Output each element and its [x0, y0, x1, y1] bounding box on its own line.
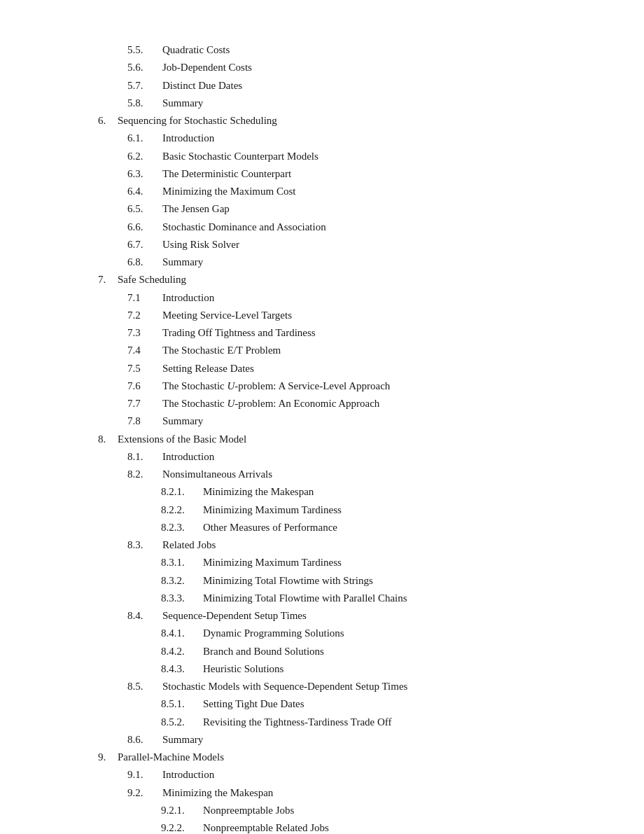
- toc-title: Minimizing Total Flowtime with Strings: [203, 573, 588, 589]
- toc-title: Using Risk Solver: [162, 237, 588, 253]
- toc-number: 7.3: [127, 325, 162, 341]
- toc-entry: 8.3.2.Minimizing Total Flowtime with Str…: [98, 573, 588, 589]
- toc-title: The Stochastic U-problem: A Service-Leve…: [162, 378, 588, 394]
- toc-entry: 8.2.Nonsimultaneous Arrivals: [98, 466, 588, 482]
- toc-title: Setting Release Dates: [162, 361, 588, 377]
- toc-title: Summary: [162, 254, 588, 270]
- toc-entry: 7.Safe Scheduling: [98, 272, 588, 288]
- toc-number: 9.1.: [127, 767, 162, 783]
- toc-number: 9.2.1.: [161, 802, 203, 819]
- toc-title: Summary: [162, 732, 588, 748]
- toc-entry: 8.4.3.Heuristic Solutions: [98, 661, 588, 677]
- toc-title: Minimizing Total Flowtime with Parallel …: [203, 590, 588, 606]
- toc-entry: 8.5.1.Setting Tight Due Dates: [98, 696, 588, 712]
- toc-title: Minimizing the Makespan: [203, 484, 588, 500]
- toc-number: 6.7.: [127, 237, 162, 253]
- toc-number: 7.7: [127, 396, 162, 412]
- toc-entry: 5.7.Distinct Due Dates: [98, 78, 588, 94]
- toc-number: 5.6.: [127, 60, 162, 76]
- toc-title: Stochastic Dominance and Association: [162, 219, 588, 235]
- toc-number: 8.2.1.: [161, 484, 203, 500]
- toc-entry: 6.5.The Jensen Gap: [98, 201, 588, 217]
- toc-number: 8.3.: [127, 537, 162, 553]
- toc-entry: 8.4.1.Dynamic Programming Solutions: [98, 625, 588, 641]
- toc-number: 6.3.: [127, 166, 162, 182]
- toc-entry: 8.1.Introduction: [98, 449, 588, 465]
- toc-entry: 6.3.The Deterministic Counterpart: [98, 166, 588, 182]
- toc-title: Meeting Service-Level Targets: [162, 307, 588, 324]
- toc-title: Summary: [162, 95, 588, 111]
- table-of-contents: 5.5.Quadratic Costs5.6.Job-Dependent Cos…: [98, 42, 588, 834]
- toc-title: Basic Stochastic Counterpart Models: [162, 148, 588, 165]
- toc-number: 7.2: [127, 307, 162, 324]
- toc-entry: 8.2.1.Minimizing the Makespan: [98, 484, 588, 500]
- toc-entry: 7.6The Stochastic U-problem: A Service-L…: [98, 378, 588, 394]
- toc-title: Distinct Due Dates: [162, 78, 588, 94]
- toc-entry: 5.5.Quadratic Costs: [98, 42, 588, 58]
- toc-number: 8.4.3.: [161, 661, 203, 677]
- toc-entry: 7.2Meeting Service-Level Targets: [98, 307, 588, 324]
- toc-number: 7.8: [127, 413, 162, 429]
- toc-entry: 8.3.Related Jobs: [98, 537, 588, 553]
- toc-entry: 8.2.2.Minimizing Maximum Tardiness: [98, 502, 588, 518]
- toc-entry: 6.8.Summary: [98, 254, 588, 270]
- toc-title: The Deterministic Counterpart: [162, 166, 588, 182]
- toc-entry: 5.8.Summary: [98, 95, 588, 111]
- toc-entry: 6.7.Using Risk Solver: [98, 237, 588, 253]
- toc-title: Introduction: [162, 290, 588, 306]
- toc-number: 8.2.: [127, 466, 162, 482]
- toc-number: 6.8.: [127, 254, 162, 270]
- toc-entry: 5.6.Job-Dependent Costs: [98, 60, 588, 76]
- toc-number: 7.4: [127, 342, 162, 359]
- toc-title: Nonsimultaneous Arrivals: [162, 466, 588, 482]
- toc-title: Introduction: [162, 767, 588, 783]
- toc-entry: 9.2.1.Nonpreemptable Jobs: [98, 802, 588, 819]
- toc-entry: 8.4.Sequence-Dependent Setup Times: [98, 608, 588, 624]
- toc-title: Trading Off Tightness and Tardiness: [162, 325, 588, 341]
- toc-title: Minimizing Maximum Tardiness: [203, 502, 588, 518]
- toc-entry: 8.3.1.Minimizing Maximum Tardiness: [98, 555, 588, 571]
- toc-number: 6.2.: [127, 148, 162, 165]
- toc-number: 8.4.1.: [161, 625, 203, 641]
- toc-number: 9.2.: [127, 785, 162, 801]
- toc-title: Safe Scheduling: [118, 272, 588, 288]
- toc-title: Job-Dependent Costs: [162, 60, 588, 76]
- toc-title: The Stochastic U-problem: An Economic Ap…: [162, 396, 588, 412]
- toc-title: Heuristic Solutions: [203, 661, 588, 677]
- toc-entry: 8.2.3.Other Measures of Performance: [98, 520, 588, 536]
- toc-title: Nonpreemptable Related Jobs: [203, 820, 588, 834]
- toc-title: Setting Tight Due Dates: [203, 696, 588, 712]
- toc-entry: 9.2.2.Nonpreemptable Related Jobs: [98, 820, 588, 834]
- toc-number: 8.2.3.: [161, 520, 203, 536]
- toc-entry: 6.1.Introduction: [98, 130, 588, 146]
- toc-entry: 9.2.Minimizing the Makespan: [98, 785, 588, 801]
- toc-entry: 8.4.2.Branch and Bound Solutions: [98, 644, 588, 660]
- toc-number: 7.1: [127, 290, 162, 306]
- toc-entry: 8.5.Stochastic Models with Sequence-Depe…: [98, 679, 588, 695]
- toc-number: 9.2.2.: [161, 820, 203, 834]
- toc-entry: 8.3.3.Minimizing Total Flowtime with Par…: [98, 590, 588, 606]
- toc-entry: 6.Sequencing for Stochastic Scheduling: [98, 113, 588, 129]
- toc-number: 8.: [98, 431, 118, 447]
- toc-number: 6.4.: [127, 183, 162, 200]
- toc-entry: 9.1.Introduction: [98, 767, 588, 783]
- toc-entry: 7.8Summary: [98, 413, 588, 429]
- toc-entry: 6.6.Stochastic Dominance and Association: [98, 219, 588, 235]
- toc-number: 8.4.: [127, 608, 162, 624]
- toc-number: 6.1.: [127, 130, 162, 146]
- toc-number: 5.8.: [127, 95, 162, 111]
- toc-title: Introduction: [162, 449, 588, 465]
- toc-number: 8.3.3.: [161, 590, 203, 606]
- toc-title: Other Measures of Performance: [203, 520, 588, 536]
- toc-number: 9.: [98, 749, 118, 765]
- toc-title: The Stochastic E/T Problem: [162, 342, 588, 359]
- toc-entry: 6.4.Minimizing the Maximum Cost: [98, 183, 588, 200]
- toc-title: Quadratic Costs: [162, 42, 588, 58]
- toc-title: Parallel-Machine Models: [118, 749, 588, 765]
- toc-entry: 7.4The Stochastic E/T Problem: [98, 342, 588, 359]
- toc-title: Minimizing the Maximum Cost: [162, 183, 588, 200]
- toc-number: 8.4.2.: [161, 644, 203, 660]
- toc-number: 8.5.1.: [161, 696, 203, 712]
- toc-number: 6.6.: [127, 219, 162, 235]
- toc-number: 8.3.1.: [161, 555, 203, 571]
